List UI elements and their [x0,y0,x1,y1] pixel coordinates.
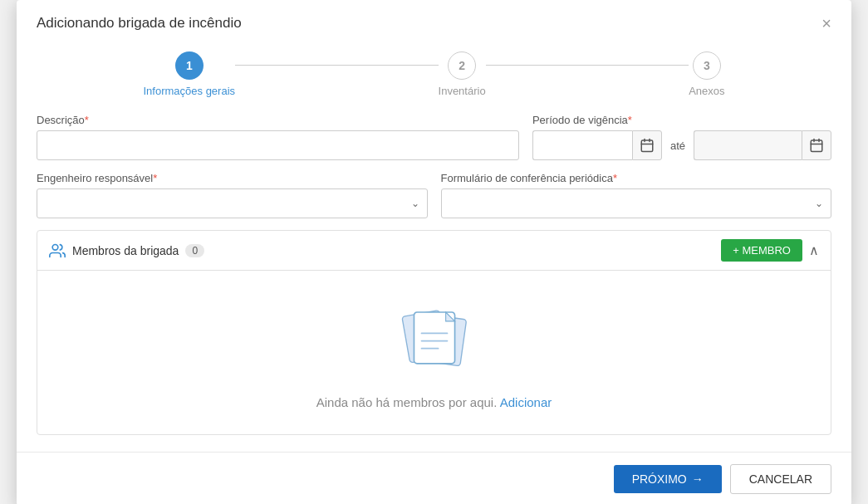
next-button[interactable]: PRÓXIMO → [614,465,722,493]
members-section: Membros da brigada 0 + MEMBRO ∧ [37,230,831,435]
calendar-icon [640,138,655,153]
stepper: 1 Informações gerais 2 Inventário 3 Anex… [17,43,851,114]
step-2-circle: 2 [448,51,476,80]
vigencia-label: Período de vigência* [532,114,831,126]
form-row-2: Engenheiro responsável* ⌄ Formulário de … [37,172,831,218]
formulario-select[interactable] [441,188,832,218]
add-member-link[interactable]: Adicionar [500,395,552,409]
descricao-group: Descrição* [37,114,519,160]
calendar-icon-end [809,138,824,153]
step-3: 3 Anexos [689,51,724,97]
step-line-1-2 [235,65,438,66]
dialog-header: Adicionando brigada de incêndio × [17,0,851,43]
svg-rect-4 [811,140,822,152]
members-header: Membros da brigada 0 + MEMBRO ∧ [37,231,831,271]
engenheiro-group: Engenheiro responsável* ⌄ [37,172,428,218]
dialog-footer: PRÓXIMO → CANCELAR [17,452,851,504]
form-row-1: Descrição* Período de vigência* [37,114,831,160]
members-count-badge: 0 [185,244,204,257]
team-icon [49,242,66,259]
vigencia-start-input[interactable] [532,130,632,160]
next-arrow-icon: → [692,472,704,486]
svg-point-8 [52,244,58,250]
step-2: 2 Inventário [439,51,486,97]
empty-text: Ainda não há membros por aqui. Adicionar [316,395,552,409]
dialog-title: Adicionando brigada de incêndio [37,15,242,32]
formulario-required: * [613,172,617,184]
vigencia-group: Período de vigência* até [532,114,831,160]
step-2-label: Inventário [439,85,486,97]
vigencia-end-input[interactable] [694,130,802,160]
engenheiro-select[interactable] [37,188,428,218]
descricao-label: Descrição* [37,114,519,126]
members-actions: + MEMBRO ∧ [721,239,819,262]
descricao-input[interactable] [37,130,519,160]
descricao-required: * [85,114,89,126]
dialog: Adicionando brigada de incêndio × 1 Info… [17,0,851,504]
cancel-button[interactable]: CANCELAR [730,464,831,494]
close-button[interactable]: × [821,15,831,32]
engenheiro-label: Engenheiro responsável* [37,172,428,184]
step-3-label: Anexos [689,85,724,97]
members-empty-state: Ainda não há membros por aqui. Adicionar [37,271,831,434]
vigencia-start-calendar-button[interactable] [632,130,662,160]
formulario-select-wrapper: ⌄ [441,188,832,218]
step-1-circle: 1 [175,51,204,80]
vigencia-end-calendar-button[interactable] [802,130,831,160]
members-title-text: Membros da brigada [72,244,179,257]
step-line-2-3 [486,65,689,66]
svg-rect-0 [641,140,653,152]
chevron-up-icon: ∧ [809,243,819,257]
vigencia-required: * [628,114,632,126]
add-member-button[interactable]: + MEMBRO [721,239,802,262]
form-body: Descrição* Período de vigência* [17,114,851,452]
engenheiro-required: * [153,172,157,184]
empty-docs-icon [393,296,476,382]
collapse-members-button[interactable]: ∧ [809,242,819,258]
vigencia-row: até [532,130,831,160]
step-3-circle: 3 [693,51,721,80]
ate-label: até [662,139,694,152]
engenheiro-select-wrapper: ⌄ [37,188,428,218]
step-1: 1 Informações gerais [144,51,236,97]
formulario-label: Formulário de conferência periódica* [441,172,832,184]
formulario-group: Formulário de conferência periódica* ⌄ [441,172,832,218]
step-1-label: Informações gerais [144,85,236,97]
members-title-area: Membros da brigada 0 [49,242,204,259]
